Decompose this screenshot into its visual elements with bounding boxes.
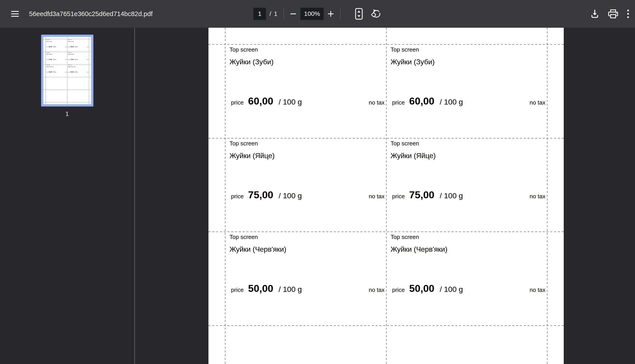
product-name: Жуйки (Яйце) bbox=[230, 152, 275, 160]
price-row: price60,00/ 100 gno tax bbox=[46, 46, 67, 48]
price-word: price bbox=[392, 99, 405, 106]
pdf-viewport[interactable]: Top screenЖуйки (Зуби)price60,00/ 100 gn… bbox=[135, 28, 635, 364]
price-tag-cell: Top screenЖуйки (Зуби)price60,00/ 100 gn… bbox=[67, 39, 89, 52]
pdf-viewer-app: 56eedfd3a7651e360c25d6ed714bc82d.pdf / 1… bbox=[0, 0, 635, 364]
unit-label: / 100 g bbox=[53, 72, 56, 72]
top-screen-label: Top screen bbox=[391, 46, 419, 53]
print-button[interactable] bbox=[608, 9, 618, 19]
cut-line-horizontal bbox=[43, 102, 91, 102]
price-tag-cell: Top screenЖуйки (Зуби)price60,00/ 100 gn… bbox=[386, 44, 547, 138]
price-value: 60,00 bbox=[70, 46, 74, 48]
no-tax-label: no tax bbox=[369, 193, 385, 200]
top-screen-label: Top screen bbox=[68, 52, 72, 53]
toolbar-divider bbox=[340, 8, 341, 20]
no-tax-label: no tax bbox=[529, 286, 545, 294]
top-screen-label: Top screen bbox=[391, 140, 419, 147]
price-tag-cell: Top screenЖуйки (Яйце)price75,00/ 100 gn… bbox=[67, 52, 89, 64]
menu-button[interactable] bbox=[11, 11, 19, 17]
price-row: price50,00/ 100 gno tax bbox=[392, 283, 545, 294]
price-tag-cell: Top screenЖуйки (Зуби)price60,00/ 100 gn… bbox=[46, 39, 67, 52]
more-options-button[interactable] bbox=[627, 10, 629, 18]
top-screen-label: Top screen bbox=[68, 64, 72, 66]
price-tag-cell: Top screenЖуйки (Черв'яки)price50,00/ 10… bbox=[386, 232, 547, 326]
toolbar-center-controls: / 1 100% bbox=[253, 0, 381, 28]
pdf-page: Top screenЖуйки (Зуби)price60,00/ 100 gn… bbox=[209, 28, 564, 364]
page-total-count: 1 bbox=[274, 10, 278, 18]
fit-to-page-icon bbox=[355, 8, 363, 20]
no-tax-label: no tax bbox=[65, 72, 67, 72]
price-value: 75,00 bbox=[409, 189, 434, 201]
top-screen-label: Top screen bbox=[46, 39, 50, 40]
more-vertical-icon bbox=[627, 10, 629, 18]
thumbnail-preview-clip: Top screenЖуйки (Зуби)price60,00/ 100 gn… bbox=[43, 37, 91, 104]
print-icon bbox=[608, 9, 618, 19]
product-name: Жуйки (Зуби) bbox=[68, 41, 74, 42]
product-name: Жуйки (Яйце) bbox=[68, 54, 74, 55]
price-value: 50,00 bbox=[409, 283, 434, 294]
price-word: price bbox=[231, 193, 244, 200]
price-word: price bbox=[392, 193, 405, 200]
price-tag-cell: Top screenЖуйки (Яйце)price75,00/ 100 gn… bbox=[46, 52, 67, 64]
unit-label: / 100 g bbox=[74, 59, 78, 60]
product-name: Жуйки (Черв'яки) bbox=[391, 245, 447, 254]
price-row: price50,00/ 100 gno tax bbox=[46, 71, 67, 73]
price-word: price bbox=[68, 59, 70, 60]
price-row: price60,00/ 100 gno tax bbox=[68, 46, 89, 48]
price-row: price75,00/ 100 gno tax bbox=[392, 189, 545, 201]
price-tag-cell: Top screenЖуйки (Черв'яки)price50,00/ 10… bbox=[67, 64, 89, 77]
price-word: price bbox=[68, 46, 70, 47]
price-value: 50,00 bbox=[70, 71, 74, 73]
price-tag-cell: Top screenЖуйки (Яйце)price75,00/ 100 gn… bbox=[225, 138, 386, 232]
unit-label: / 100 g bbox=[53, 46, 56, 47]
price-value: 60,00 bbox=[49, 46, 52, 48]
toolbar-left-section: 56eedfd3a7651e360c25d6ed714bc82d.pdf bbox=[0, 10, 153, 18]
unit-label: / 100 g bbox=[53, 59, 56, 60]
price-word: price bbox=[231, 99, 244, 106]
no-tax-label: no tax bbox=[87, 46, 89, 47]
unit-label: / 100 g bbox=[440, 98, 463, 106]
no-tax-label: no tax bbox=[87, 72, 89, 72]
price-value: 60,00 bbox=[409, 95, 434, 107]
unit-label: / 100 g bbox=[279, 98, 302, 106]
unit-label: / 100 g bbox=[440, 192, 463, 200]
zoom-level-display: 100% bbox=[301, 8, 324, 20]
thumbnail-page-preview: Top screenЖуйки (Зуби)price60,00/ 100 gn… bbox=[43, 37, 91, 104]
top-screen-label: Top screen bbox=[46, 52, 50, 53]
zoom-out-button[interactable] bbox=[290, 10, 297, 17]
product-name: Жуйки (Зуби) bbox=[46, 41, 52, 42]
price-tag-cell: Top screenЖуйки (Зуби)price60,00/ 100 gn… bbox=[225, 44, 386, 138]
top-screen-label: Top screen bbox=[230, 234, 258, 240]
product-name: Жуйки (Зуби) bbox=[230, 58, 274, 66]
download-icon bbox=[590, 9, 599, 18]
price-row: price75,00/ 100 gno tax bbox=[68, 58, 89, 60]
thumbnail-sidebar: Top screenЖуйки (Зуби)price60,00/ 100 gn… bbox=[0, 28, 134, 364]
cut-line-horizontal bbox=[43, 90, 91, 90]
price-row: price60,00/ 100 gno tax bbox=[392, 95, 545, 107]
zoom-in-button[interactable] bbox=[328, 10, 334, 17]
product-name: Жуйки (Черв'яки) bbox=[68, 66, 75, 67]
price-tag-cell: Top screenЖуйки (Яйце)price75,00/ 100 gn… bbox=[386, 138, 547, 232]
page-number-input[interactable] bbox=[253, 8, 266, 20]
no-tax-label: no tax bbox=[65, 59, 67, 60]
thumbnail-page-number: 1 bbox=[0, 110, 134, 118]
product-name: Жуйки (Черв'яки) bbox=[46, 66, 54, 67]
rotate-counterclockwise-button[interactable] bbox=[370, 8, 382, 20]
menu-icon bbox=[11, 11, 19, 17]
unit-label: / 100 g bbox=[74, 46, 78, 47]
price-row: price50,00/ 100 gno tax bbox=[68, 71, 89, 73]
fit-to-page-button[interactable] bbox=[355, 8, 363, 20]
unit-label: / 100 g bbox=[74, 72, 78, 72]
page-1-thumbnail[interactable]: Top screenЖуйки (Зуби)price60,00/ 100 gn… bbox=[41, 34, 93, 106]
viewer-content: Top screenЖуйки (Зуби)price60,00/ 100 gn… bbox=[0, 28, 635, 364]
toolbar-right-section bbox=[590, 9, 635, 19]
price-row: price60,00/ 100 gno tax bbox=[231, 95, 385, 107]
top-screen-label: Top screen bbox=[68, 39, 72, 40]
price-tag-cell: Top screenЖуйки (Черв'яки)price50,00/ 10… bbox=[225, 232, 386, 326]
unit-label: / 100 g bbox=[279, 285, 302, 294]
product-name: Жуйки (Черв'яки) bbox=[230, 245, 286, 254]
product-name: Жуйки (Яйце) bbox=[391, 152, 436, 160]
download-button[interactable] bbox=[590, 9, 599, 18]
price-word: price bbox=[46, 46, 48, 47]
page-separator: / bbox=[269, 10, 271, 18]
top-screen-label: Top screen bbox=[230, 140, 258, 147]
